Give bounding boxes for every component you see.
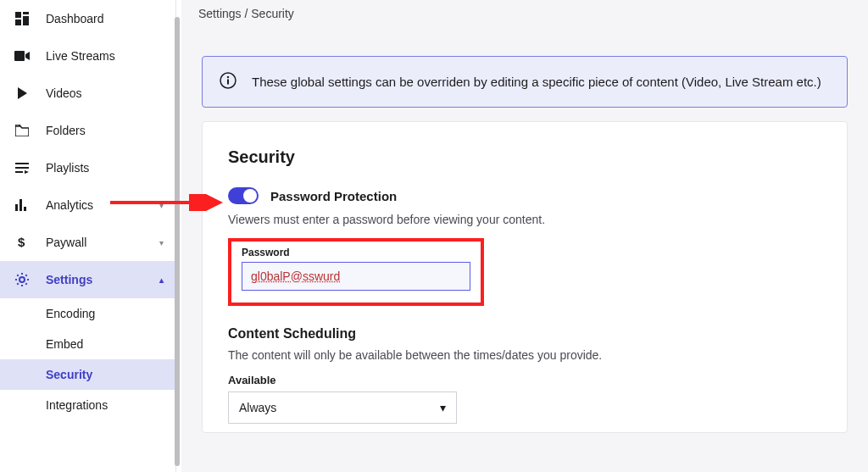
available-label: Available	[228, 374, 821, 386]
svg-rect-10	[24, 207, 26, 211]
sidebar-subitem-embed[interactable]: Embed	[0, 329, 175, 359]
gear-icon	[12, 272, 32, 287]
svg-rect-2	[23, 16, 29, 25]
sidebar-subitem-security[interactable]: Security	[0, 359, 175, 390]
sidebar-subitem-label: Security	[46, 368, 92, 381]
svg-text:$: $	[18, 236, 25, 249]
svg-rect-4	[14, 51, 25, 61]
svg-rect-8	[15, 204, 18, 211]
password-highlight-box: Password	[228, 238, 484, 306]
sidebar-item-paywall[interactable]: $ Paywall ▾	[0, 224, 175, 261]
sidebar-item-label: Paywall	[46, 236, 159, 249]
svg-rect-3	[15, 19, 21, 25]
playlist-icon	[12, 162, 32, 174]
sidebar-item-dashboard[interactable]: Dashboard	[0, 0, 175, 37]
breadcrumb-current: Security	[251, 7, 294, 20]
chevron-up-icon: ▴	[159, 275, 164, 285]
sidebar-subitem-encoding[interactable]: Encoding	[0, 298, 175, 329]
camera-icon	[12, 51, 32, 61]
svg-point-12	[19, 277, 25, 282]
password-protection-label: Password Protection	[270, 189, 397, 203]
sidebar-item-label: Settings	[46, 273, 159, 286]
breadcrumb: Settings / Security	[181, 0, 868, 36]
breadcrumb-sep: /	[242, 7, 252, 20]
sidebar-item-label: Live Streams	[46, 49, 164, 63]
password-protection-helper: Viewers must enter a password before vie…	[228, 213, 821, 226]
sidebar-item-settings[interactable]: Settings ▴	[0, 261, 175, 298]
dashboard-icon	[12, 12, 32, 25]
chevron-down-icon: ▾	[159, 238, 164, 247]
sidebar-item-videos[interactable]: Videos	[0, 75, 175, 112]
password-protection-toggle[interactable]	[228, 187, 259, 204]
sidebar-scrollbar[interactable]	[175, 17, 180, 466]
security-card: Security Password Protection Viewers mus…	[202, 121, 848, 433]
svg-rect-1	[23, 12, 29, 14]
notice-text: These global settings can be overriden b…	[252, 75, 821, 89]
available-value: Always	[239, 401, 276, 414]
password-protection-row: Password Protection	[228, 187, 821, 204]
sidebar-subitem-label: Encoding	[46, 307, 95, 320]
password-field-label: Password	[242, 247, 470, 258]
password-input[interactable]	[242, 262, 470, 291]
sidebar-item-playlists[interactable]: Playlists	[0, 149, 175, 186]
sidebar-subitem-label: Integrations	[46, 398, 108, 412]
sidebar-item-analytics[interactable]: Analytics ▾	[0, 186, 175, 224]
sidebar-subitem-label: Embed	[46, 337, 83, 351]
main-content: Settings / Security These global setting…	[181, 0, 868, 472]
svg-rect-15	[227, 80, 229, 85]
dollar-icon: $	[12, 236, 32, 249]
svg-rect-9	[19, 199, 22, 211]
sidebar-item-label: Videos	[46, 86, 164, 100]
sidebar-item-label: Playlists	[46, 161, 164, 175]
analytics-icon	[12, 199, 32, 211]
content-scheduling-title: Content Scheduling	[228, 326, 821, 342]
svg-point-14	[227, 76, 229, 78]
info-notice: These global settings can be overriden b…	[202, 56, 848, 108]
folder-icon	[12, 125, 32, 136]
available-select[interactable]: Always ▾	[228, 391, 457, 424]
sidebar-item-label: Folders	[46, 124, 164, 137]
chevron-down-icon: ▾	[159, 201, 164, 210]
sidebar: Dashboard Live Streams Videos Folders Pl…	[0, 0, 176, 472]
breadcrumb-parent[interactable]: Settings	[198, 7, 242, 20]
content-scheduling-helper: The content will only be available betwe…	[228, 348, 821, 362]
play-icon	[12, 87, 32, 99]
info-icon	[220, 72, 236, 92]
sidebar-item-live-streams[interactable]: Live Streams	[0, 37, 175, 75]
caret-down-icon: ▾	[440, 401, 446, 414]
sidebar-item-folders[interactable]: Folders	[0, 112, 175, 149]
sidebar-subitem-integrations[interactable]: Integrations	[0, 390, 175, 420]
sidebar-item-label: Dashboard	[46, 12, 164, 25]
svg-rect-0	[15, 12, 21, 18]
sidebar-item-label: Analytics	[46, 198, 159, 212]
section-title-security: Security	[228, 147, 821, 167]
